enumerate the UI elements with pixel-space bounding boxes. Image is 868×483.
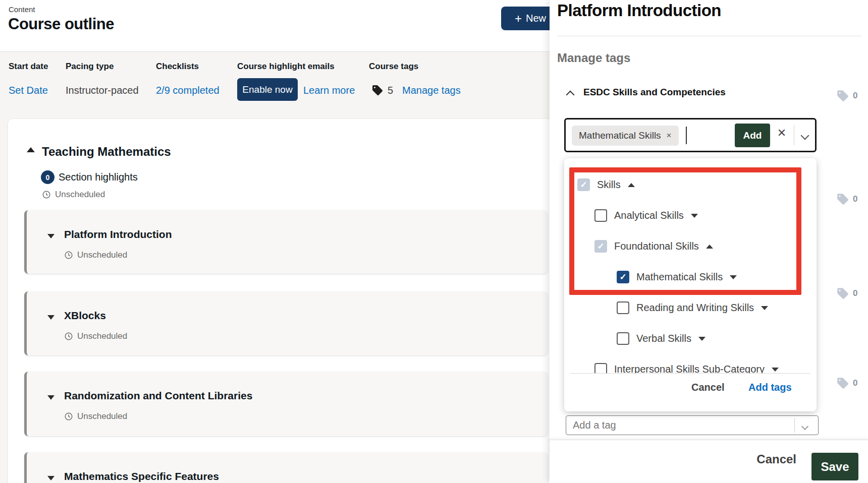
collapse-section-icon[interactable]: [27, 147, 35, 152]
enable-now-button[interactable]: Enable now: [237, 78, 298, 101]
taxonomy-tag-count: 0: [836, 287, 857, 300]
tag-icon: [836, 377, 849, 390]
tag-option-foundational-skills[interactable]: ✓ Foundational Skills: [594, 238, 713, 254]
learn-more-link[interactable]: Learn more: [303, 85, 355, 96]
chip-label: Mathematical Skills: [579, 130, 661, 141]
tag-option-reading-writing-skills[interactable]: Reading and Writing Skills: [617, 300, 768, 315]
clock-icon: [42, 190, 51, 199]
expand-icon[interactable]: [730, 275, 737, 279]
dropdown-add-tags-button[interactable]: Add tags: [748, 382, 792, 393]
expand-subsection-icon[interactable]: [47, 395, 55, 400]
drawer-footer: Cancel Save: [550, 440, 868, 483]
checkbox-implicit[interactable]: ✓: [577, 178, 590, 191]
checkbox-unchecked[interactable]: [594, 363, 607, 374]
tag-dropdown: ✓ Skills Analytical Skills ✓ Foundationa…: [564, 158, 817, 411]
section-title[interactable]: Teaching Mathematics: [42, 145, 171, 159]
taxonomy-tag-count: 0: [836, 377, 857, 390]
section-schedule: Unscheduled: [42, 190, 105, 200]
subsection-card-platform-introduction[interactable]: Platform Introduction Unscheduled: [24, 210, 548, 274]
add-tag-input[interactable]: [566, 416, 788, 435]
taxonomy-tag-count: 0: [836, 193, 857, 206]
subsection-title[interactable]: Platform Introduction: [64, 228, 172, 240]
subsection-card-xblocks[interactable]: XBlocks Unscheduled: [24, 291, 548, 355]
checkbox-unchecked[interactable]: [617, 332, 629, 345]
cancel-button[interactable]: Cancel: [756, 452, 796, 466]
tag-icon: [836, 89, 849, 102]
expand-icon[interactable]: [691, 214, 698, 218]
clock-icon: [64, 332, 73, 341]
taxonomy-tag-count: 0: [836, 89, 857, 102]
manage-tags-heading: Manage tags: [557, 51, 630, 65]
checklists-link[interactable]: 2/9 completed: [156, 85, 220, 96]
tag-tree: ✓ Skills Analytical Skills ✓ Foundationa…: [564, 158, 817, 373]
checkbox-unchecked[interactable]: [617, 301, 629, 314]
expand-subsection-icon[interactable]: [47, 315, 55, 320]
tag-icon: [836, 193, 849, 206]
tag-option-skills[interactable]: ✓ Skills: [577, 177, 635, 192]
chevron-down-icon[interactable]: [802, 422, 807, 431]
subsection-schedule: Unscheduled: [64, 411, 127, 421]
expand-icon[interactable]: [698, 337, 706, 341]
tag-icon: [836, 287, 849, 300]
course-tags-count: 5: [388, 85, 393, 96]
tag-option-interpersonal-skills[interactable]: Interpersonal Skills Sub-Category: [594, 361, 779, 373]
divider: [557, 36, 861, 36]
page-title: Course outline: [8, 15, 114, 33]
dropdown-cancel-button[interactable]: Cancel: [691, 382, 725, 393]
collapse-icon[interactable]: [628, 183, 635, 187]
subsection-card-mathematics-features[interactable]: Mathematics Specific Features: [24, 452, 548, 483]
drawer-title: Platform Introduction: [557, 1, 721, 20]
chevron-down-icon[interactable]: [802, 132, 808, 141]
add-tag-field[interactable]: [566, 415, 819, 435]
subsection-title[interactable]: Mathematics Specific Features: [64, 470, 219, 482]
tag-combobox[interactable]: Mathematical Skills × Add ✕: [564, 118, 817, 152]
course-outline-page: Content Course outline + New Start date …: [0, 0, 868, 483]
tag-option-analytical-skills[interactable]: Analytical Skills: [594, 208, 698, 223]
new-button-label: New: [526, 13, 546, 24]
breadcrumb: Content: [9, 5, 35, 14]
tag-option-mathematical-skills[interactable]: ✓ Mathematical Skills: [617, 269, 737, 284]
collapse-icon[interactable]: [706, 245, 713, 249]
set-date-link[interactable]: Set Date: [9, 85, 48, 96]
clear-icon[interactable]: ✕: [774, 127, 790, 140]
subsection-title[interactable]: XBlocks: [64, 310, 106, 322]
highlight-emails-label: Course highlight emails: [237, 62, 335, 72]
tag-icon: [371, 84, 384, 96]
tag-option-verbal-skills[interactable]: Verbal Skills: [617, 331, 706, 346]
expand-subsection-icon[interactable]: [47, 234, 55, 238]
plus-icon: +: [515, 13, 522, 25]
expand-icon[interactable]: [761, 306, 768, 310]
subsection-card-randomization[interactable]: Randomization and Content Libraries Unsc…: [24, 372, 548, 436]
section-highlights-badge: 0: [41, 170, 55, 184]
remove-chip-icon[interactable]: ×: [667, 131, 672, 141]
text-cursor: [686, 127, 687, 144]
checklists-label: Checklists: [156, 62, 199, 72]
divider: [794, 125, 794, 145]
checkbox-unchecked[interactable]: [594, 209, 607, 222]
subsection-schedule: Unscheduled: [64, 331, 127, 341]
divider: [794, 418, 795, 433]
start-date-label: Start date: [9, 62, 48, 72]
clock-icon: [64, 412, 73, 421]
manage-tags-drawer: Platform Introduction Manage tags ESDC S…: [550, 0, 868, 483]
section-highlights-label[interactable]: Section highlights: [59, 171, 138, 183]
selected-tag-chip: Mathematical Skills ×: [572, 126, 679, 146]
taxonomy-name[interactable]: ESDC Skills and Competencies: [583, 87, 726, 98]
save-button[interactable]: Save: [811, 453, 858, 480]
course-tags-label: Course tags: [369, 62, 418, 72]
expand-subsection-icon[interactable]: [47, 476, 55, 480]
manage-tags-link[interactable]: Manage tags: [402, 85, 461, 96]
collapse-taxonomy-icon[interactable]: [567, 91, 573, 100]
pacing-type-label: Pacing type: [66, 62, 114, 72]
clock-icon: [64, 251, 73, 260]
checkbox-implicit[interactable]: ✓: [594, 240, 607, 253]
expand-icon[interactable]: [772, 368, 779, 372]
pacing-type-value: Instructor-paced: [66, 85, 139, 96]
checkbox-checked[interactable]: ✓: [617, 271, 629, 283]
divider: [570, 373, 810, 374]
subsection-title[interactable]: Randomization and Content Libraries: [64, 390, 252, 402]
add-button[interactable]: Add: [735, 124, 770, 147]
subsection-schedule: Unscheduled: [64, 250, 127, 260]
